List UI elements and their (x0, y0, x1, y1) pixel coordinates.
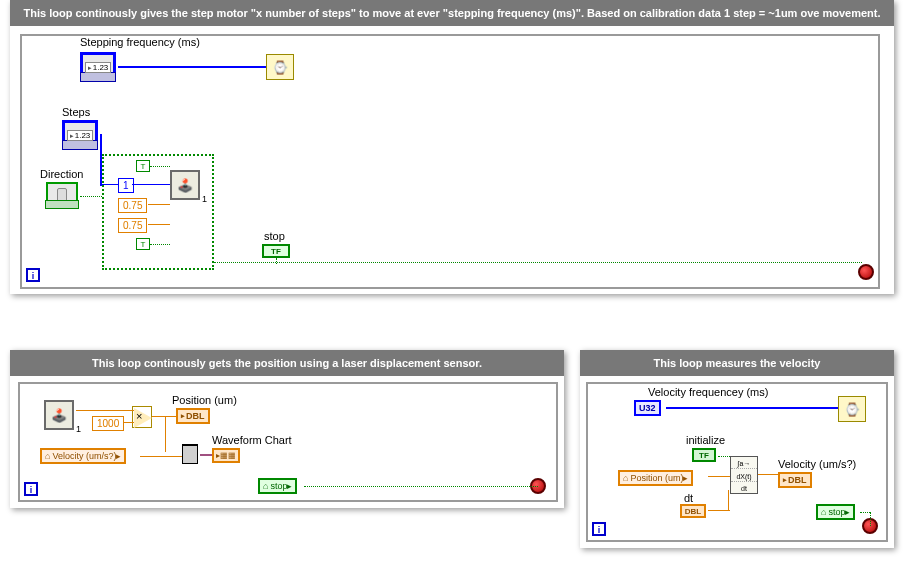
wire (150, 166, 170, 167)
wire (148, 204, 170, 205)
position-indicator: DBL (176, 408, 210, 424)
wire (666, 407, 838, 409)
initialize-term[interactable]: TF (692, 448, 716, 462)
subvi-2-index: 1 (76, 424, 81, 434)
wire (860, 512, 870, 513)
panel-velocity: This loop measures the velocity i Veloci… (580, 350, 894, 548)
initialize-label: initialize (686, 434, 725, 446)
multiply-node (134, 408, 152, 428)
wire (708, 476, 730, 477)
wire (118, 66, 266, 68)
wire (150, 244, 170, 245)
stepping-freq-control[interactable]: 1.23 (80, 52, 116, 82)
iteration-terminal-2: i (24, 482, 38, 496)
dt-term[interactable]: DBL (680, 504, 706, 518)
iteration-terminal-3: i (592, 522, 606, 536)
stop-local-3: stop▸ (816, 504, 855, 520)
wire (304, 486, 538, 487)
derivative-node: ∫a→ dX(t) dt (730, 456, 758, 494)
bool-const-t2: T (136, 238, 150, 250)
wait-ms-icon-3: ⌚ (838, 396, 866, 422)
wire (718, 456, 730, 457)
velocity-label-3: Velocity (um/s?) (778, 458, 856, 470)
motor-subvi: 🕹️ (170, 170, 200, 200)
iteration-terminal-1: i (26, 268, 40, 282)
direction-control[interactable] (46, 182, 78, 208)
panel2-header: This loop continously gets the position … (10, 350, 564, 376)
stepping-freq-label: Stepping frequency (ms) (80, 36, 200, 48)
chart-label: Waveform Chart (212, 434, 292, 446)
vfreq-label: Velocity frequencey (ms) (648, 386, 768, 398)
steps-value: 1.23 (67, 130, 94, 141)
const-1000: 1000 (92, 416, 124, 431)
panel-laser-position: This loop continously gets the position … (10, 350, 564, 508)
wire (276, 258, 277, 264)
wire (140, 456, 182, 457)
subvi-1-index: 1 (202, 194, 207, 204)
stop-local-2: stop▸ (258, 478, 297, 494)
wire (76, 410, 134, 411)
vfreq-const: U32 (634, 400, 661, 416)
stepping-freq-value: 1.23 (85, 62, 112, 73)
position-local-read: Position (um)▸ (618, 470, 693, 486)
panel2-body: i 🕹️ 1 1000 Position (um) DBL Velocity (… (10, 376, 564, 508)
wire (728, 490, 729, 510)
steps-control[interactable]: 1.23 (62, 120, 98, 150)
int-const-1: 1 (118, 178, 134, 193)
dbl-const-a: 0.75 (118, 198, 147, 213)
direction-label: Direction (40, 168, 83, 180)
wire (148, 224, 170, 225)
dt-label: dt (684, 492, 693, 504)
stop-label-1: stop (264, 230, 285, 242)
panel-step-motor: This loop continously gives the step mot… (10, 0, 894, 294)
velocity-indicator: DBL (778, 472, 812, 488)
dbl-const-b: 0.75 (118, 218, 147, 233)
panel3-header: This loop measures the velocity (580, 350, 894, 376)
stop-terminal-1[interactable]: TF (262, 244, 290, 258)
bool-const-t1: T (136, 160, 150, 172)
panel3-body: i Velocity frequencey (ms) U32 ⌚ initial… (580, 376, 894, 548)
velocity-local-read: Velocity (um/s?)▸ (40, 448, 126, 464)
wire (165, 416, 166, 452)
bundle-node (182, 444, 198, 464)
wire (152, 416, 176, 417)
wire (124, 422, 134, 423)
panel1-body: i Stepping frequency (ms) 1.23 ⌚ Steps 1… (10, 26, 894, 294)
wire (214, 262, 862, 263)
wire (758, 474, 778, 475)
position-label-2: Position (um) (172, 394, 237, 406)
loop-stop-condition-1 (858, 264, 874, 280)
laser-subvi: 🕹️ (44, 400, 74, 430)
wire (708, 510, 730, 511)
waveform-chart-indicator: ▸▦▦ (212, 448, 240, 463)
steps-label: Steps (62, 106, 90, 118)
wire (100, 134, 102, 186)
wait-ms-icon: ⌚ (266, 54, 294, 80)
wire (80, 196, 102, 197)
wire (100, 184, 118, 185)
panel1-header: This loop continously gives the step mot… (10, 0, 894, 26)
wire (870, 512, 871, 526)
wire (132, 184, 170, 185)
